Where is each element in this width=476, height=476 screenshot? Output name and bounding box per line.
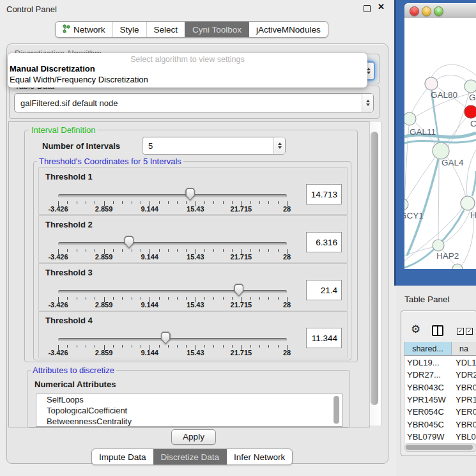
minor-tick — [122, 201, 123, 204]
attributes-list-scrollbar-thumb[interactable] — [334, 396, 339, 424]
threshold-slider-thumb[interactable] — [124, 236, 134, 249]
threshold-slider-thumb[interactable] — [185, 188, 195, 201]
table-columns-icon[interactable] — [432, 325, 443, 336]
minor-tick — [250, 249, 251, 252]
threshold-slider-track[interactable] — [58, 242, 287, 245]
attribute-list-item[interactable]: BetweennessCentrality — [36, 416, 342, 427]
table-cell[interactable]: YBR0 — [456, 381, 476, 394]
table-header-shared-name[interactable]: shared... — [404, 342, 452, 356]
table-header-name[interactable]: na — [452, 342, 476, 356]
tick-label: 9.144 — [130, 301, 169, 309]
network-window-titlebar[interactable] — [404, 3, 476, 19]
table-cell[interactable]: YBL0 — [456, 431, 476, 443]
tab-impute-data[interactable]: Impute Data — [92, 449, 153, 464]
table-cell[interactable]: YDR2 — [456, 369, 476, 381]
minor-tick — [86, 249, 86, 252]
algorithm-option[interactable]: Manual Discretization — [10, 64, 95, 73]
tab-discretize-data[interactable]: Discretize Data — [153, 449, 227, 464]
algorithm-option[interactable]: Equal Width/Frequency Discretization — [10, 75, 148, 84]
network-node-gcy1[interactable] — [404, 199, 408, 210]
tab-select[interactable]: Select — [146, 22, 185, 37]
close-icon[interactable]: ✕ — [378, 2, 385, 12]
table-cell[interactable]: YPR145W — [407, 394, 452, 406]
tick-label: -3.426 — [39, 301, 77, 309]
minor-tick — [95, 345, 95, 348]
network-node-ga[interactable] — [464, 80, 476, 93]
minor-tick — [168, 297, 169, 300]
table-cell[interactable]: YDL19... — [407, 357, 452, 369]
threshold-value-input[interactable] — [306, 280, 342, 300]
minor-tick — [250, 345, 251, 348]
zoom-traffic-light-icon[interactable] — [434, 6, 443, 16]
table-horizontal-scrollbar-thumb[interactable] — [406, 445, 473, 450]
threshold-value-input[interactable] — [306, 184, 342, 204]
threshold-slider-thumb[interactable] — [161, 332, 171, 344]
numerical-attributes-label: Numerical Attributes — [35, 380, 116, 389]
network-node-hap2[interactable] — [433, 240, 444, 251]
node-attribute-table[interactable]: shared...naYDL19...YDL1YDR27...YDR2YBR04… — [404, 342, 476, 443]
threshold-slider-track[interactable] — [58, 290, 287, 293]
tick-label: 2.859 — [85, 301, 123, 309]
network-node-gal4[interactable] — [433, 142, 449, 159]
tick-label: 2.859 — [85, 349, 123, 357]
interval-group-title: Interval Definition — [29, 125, 97, 135]
table-cell[interactable]: YER054C — [407, 406, 452, 418]
table-cell[interactable]: YBL079W — [407, 431, 452, 443]
network-node-gal80[interactable] — [425, 77, 438, 90]
checkbox-icon[interactable]: ✓ — [457, 328, 464, 335]
tick-label: 28 — [268, 205, 306, 213]
minor-tick — [77, 297, 77, 300]
combobox-stepper-icon[interactable] — [273, 137, 285, 154]
numerical-attributes-list[interactable]: SelfLoopsTopologicalCoefficientBetweenne… — [36, 394, 342, 427]
tick-label: -3.426 — [39, 349, 77, 357]
vertical-scrollbar-thumb[interactable] — [371, 132, 378, 405]
tick-label: 2.859 — [85, 205, 123, 213]
minor-tick — [204, 345, 205, 348]
tab-jactivemnodules[interactable]: jActiveMNodules — [249, 22, 328, 37]
network-node-h[interactable] — [461, 196, 475, 210]
tick-label: 28 — [268, 349, 306, 357]
combobox-stepper-icon[interactable] — [362, 94, 373, 112]
threshold-value-input[interactable] — [306, 328, 342, 348]
table-data-combobox[interactable]: galFiltered.sif default node — [14, 93, 374, 112]
network-node-c[interactable] — [464, 105, 476, 118]
threshold-slider-thumb[interactable] — [234, 284, 243, 296]
minor-tick — [122, 345, 123, 348]
table-cell[interactable]: YBR045C — [407, 418, 452, 431]
network-view-canvas[interactable]: GAL80GACGAL11GAL4GCY1HHAP2 — [404, 18, 476, 269]
minor-tick — [86, 201, 86, 204]
minor-tick — [67, 297, 68, 300]
tab-style[interactable]: Style — [112, 22, 146, 37]
threshold-value-input[interactable] — [306, 232, 342, 252]
minor-tick — [141, 345, 141, 348]
apply-button[interactable]: Apply — [171, 429, 216, 445]
table-cell[interactable]: YER0 — [456, 406, 476, 418]
tab-cyni-toolbox[interactable]: Cyni Toolbox — [185, 22, 249, 37]
table-cell[interactable]: YDL1 — [456, 357, 476, 369]
threshold-slider-track[interactable] — [58, 338, 287, 341]
minor-tick — [132, 249, 132, 252]
tab-network[interactable]: Network — [56, 22, 112, 37]
tab-infer-network[interactable]: Infer Network — [226, 449, 292, 464]
minor-tick — [168, 345, 169, 348]
minor-tick — [204, 201, 205, 204]
attribute-list-item[interactable]: SelfLoops — [36, 394, 342, 405]
float-window-icon[interactable] — [364, 5, 371, 12]
minor-tick — [213, 345, 214, 348]
network-node[interactable] — [452, 264, 463, 269]
threshold-slider-track[interactable] — [58, 194, 287, 197]
table-cell[interactable]: YPR1 — [456, 394, 476, 406]
table-cell[interactable]: YDR27... — [407, 369, 452, 381]
threshold-label: Threshold 1 — [45, 172, 93, 181]
close-traffic-light-icon[interactable] — [410, 6, 419, 16]
checkbox-icon[interactable]: ✓ — [466, 328, 473, 335]
minor-tick — [232, 249, 233, 252]
table-cell[interactable]: YBR043C — [407, 381, 452, 394]
gear-icon[interactable]: ⚙ — [411, 323, 420, 336]
network-node-gal11[interactable] — [404, 112, 416, 125]
minimize-traffic-light-icon[interactable] — [422, 6, 431, 16]
number-of-intervals-combobox[interactable]: 5 — [142, 137, 286, 155]
attribute-list-item[interactable]: TopologicalCoefficient — [36, 405, 342, 416]
threshold-label: Threshold 2 — [45, 220, 93, 229]
table-cell[interactable]: YBR0 — [456, 418, 476, 431]
